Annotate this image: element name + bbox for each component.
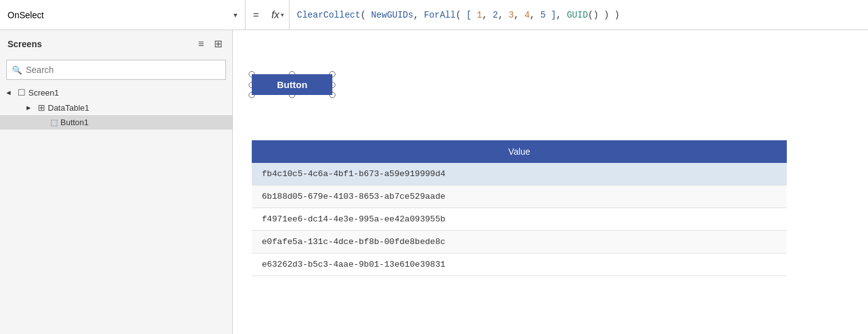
fx-button[interactable]: fx ▾ bbox=[266, 0, 289, 30]
table-cell-value: e63262d3-b5c3-4aae-9b01-13e610e39831 bbox=[252, 253, 787, 276]
search-icon: 🔍 bbox=[12, 65, 22, 75]
event-dropdown-label: OnSelect bbox=[8, 10, 44, 20]
table-row: 6b188d05-679e-4103-8653-ab7ce529aade bbox=[252, 186, 787, 208]
formula-bar: OnSelect ▾ = fx ▾ ClearCollect( NewGUIDs… bbox=[0, 0, 868, 30]
datatable1-label: DataTable1 bbox=[48, 103, 89, 113]
table-cell-value: e0fafe5a-131c-4dce-bf8b-00fde8bede8c bbox=[252, 231, 787, 253]
search-input[interactable] bbox=[26, 65, 220, 75]
search-container: 🔍 bbox=[0, 57, 232, 85]
sidebar-item-button1[interactable]: ⬚ Button1 bbox=[0, 115, 232, 130]
table-row: f4971ee6-dc14-4e3e-995a-ee42a093955b bbox=[252, 208, 787, 231]
sidebar-item-screen1[interactable]: ◄ ☐ Screen1 bbox=[0, 85, 232, 100]
tree-view: ◄ ☐ Screen1 ► ⊞ DataTable1 ⬚ Button1 bbox=[0, 85, 232, 130]
sidebar-header: Screens ≡ ⊞ bbox=[0, 30, 232, 57]
chevron-down-icon: ▾ bbox=[234, 11, 237, 19]
data-table: Value fb4c10c5-4c6a-4bf1-b673-a59e919999… bbox=[252, 140, 787, 276]
table-row: e63262d3-b5c3-4aae-9b01-13e610e39831 bbox=[252, 253, 787, 276]
screen-icon: ☐ bbox=[18, 87, 26, 97]
sidebar-item-datatable1[interactable]: ► ⊞ DataTable1 bbox=[0, 100, 232, 115]
table-row: e0fafe5a-131c-4dce-bf8b-00fde8bede8c bbox=[252, 231, 787, 253]
fx-chevron-icon: ▾ bbox=[281, 11, 284, 18]
table-row: fb4c10c5-4c6a-4bf1-b673-a59e919999d4 bbox=[252, 163, 787, 186]
canvas-area: Button Value fb4c10c5-4c6a-4bf1-b673-a59… bbox=[233, 30, 868, 334]
sidebar: Screens ≡ ⊞ 🔍 ◄ ☐ Screen1 ► ⊞ bbox=[0, 30, 233, 334]
sidebar-title: Screens bbox=[8, 39, 42, 49]
fx-label: fx bbox=[271, 9, 279, 21]
expand-arrow-icon: ► bbox=[25, 104, 35, 111]
button-icon: ⬚ bbox=[50, 118, 58, 127]
screen1-label: Screen1 bbox=[28, 88, 59, 97]
equals-sign: = bbox=[245, 9, 266, 21]
event-dropdown[interactable]: OnSelect ▾ bbox=[0, 0, 245, 30]
table-cell-value: fb4c10c5-4c6a-4bf1-b673-a59e919999d4 bbox=[252, 163, 787, 186]
grid-view-button[interactable]: ⊞ bbox=[211, 36, 225, 51]
column-header-value: Value bbox=[252, 140, 787, 163]
widget-container: Button bbox=[252, 74, 332, 95]
canvas-button[interactable]: Button bbox=[252, 74, 332, 95]
data-table-container: Value fb4c10c5-4c6a-4bf1-b673-a59e919999… bbox=[252, 140, 787, 276]
main-layout: Screens ≡ ⊞ 🔍 ◄ ☐ Screen1 ► ⊞ bbox=[0, 30, 868, 334]
button1-label: Button1 bbox=[60, 118, 89, 127]
button-widget[interactable]: Button bbox=[252, 74, 332, 95]
table-cell-value: f4971ee6-dc14-4e3e-995a-ee42a093955b bbox=[252, 208, 787, 231]
datatable-icon: ⊞ bbox=[38, 103, 45, 113]
list-view-button[interactable]: ≡ bbox=[196, 36, 206, 51]
collapse-arrow-icon: ◄ bbox=[5, 89, 15, 96]
sidebar-view-icons: ≡ ⊞ bbox=[196, 36, 225, 51]
formula-expression[interactable]: ClearCollect( NewGUIDs, ForAll( [ 1, 2, … bbox=[290, 10, 868, 20]
search-box: 🔍 bbox=[6, 60, 226, 80]
table-cell-value: 6b188d05-679e-4103-8653-ab7ce529aade bbox=[252, 186, 787, 208]
